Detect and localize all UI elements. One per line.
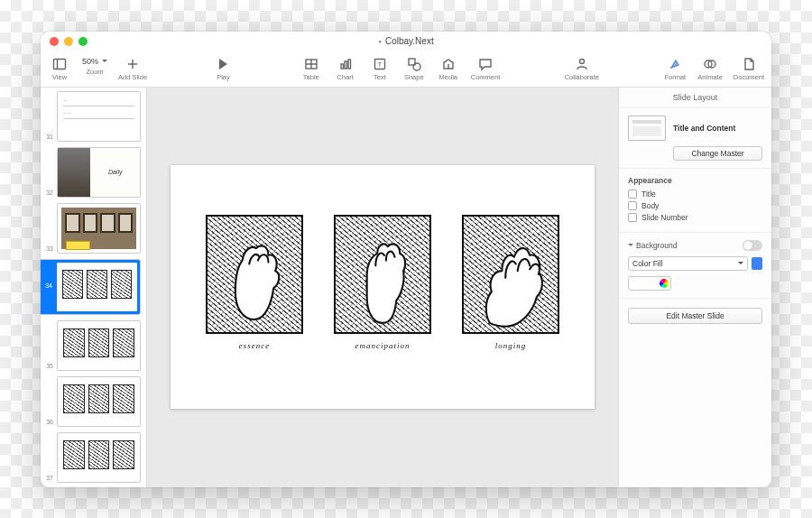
plus-icon (125, 57, 141, 71)
slide-thumb-35[interactable]: 35 (41, 320, 141, 371)
layout-name: Title and Content (673, 124, 735, 133)
zoom-button[interactable]: 50% Zoom (82, 57, 107, 76)
document-title: Colbay.Next (41, 36, 771, 46)
sidebar-icon (51, 57, 68, 71)
slide-number-checkbox[interactable]: Slide Number (628, 213, 762, 222)
svg-rect-8 (345, 61, 347, 69)
background-disclosure[interactable]: Background (628, 241, 677, 250)
titlebar: Colbay.Next (41, 32, 771, 51)
window-zoom-button[interactable] (78, 37, 88, 46)
toolbar: View 50% Zoom Add Slide Play Table (41, 51, 771, 88)
svg-point-13 (413, 63, 420, 70)
slide-canvas[interactable]: essence emancipation longing (147, 88, 618, 487)
svg-rect-7 (341, 64, 344, 69)
slide-thumb-36[interactable]: 36 (41, 376, 141, 427)
slide-thumb-37[interactable]: 37 (41, 432, 141, 483)
format-icon (667, 57, 683, 71)
media-icon (440, 57, 457, 71)
inspector-title: Slide Layout (619, 88, 771, 108)
caption-3: longing (495, 341, 527, 350)
change-master-button[interactable]: Change Master (673, 146, 762, 161)
chart-button[interactable]: Chart (334, 57, 357, 81)
slide-thumb-31[interactable]: 31 —— — (41, 91, 141, 142)
caption-1: essence (239, 341, 270, 350)
artwork-3[interactable]: longing (462, 215, 559, 350)
text-button[interactable]: T Text (368, 57, 392, 81)
color-swatch[interactable] (628, 276, 671, 291)
slide-thumb-34[interactable]: 34 ··· (41, 259, 141, 315)
window-close-button[interactable] (50, 37, 59, 46)
body-checkbox[interactable]: Body (628, 201, 762, 210)
table-button[interactable]: Table (300, 57, 323, 81)
document-button[interactable]: Document (734, 57, 764, 81)
edit-master-slide-button[interactable]: Edit Master Slide (628, 308, 762, 324)
slide-navigator[interactable]: 31 —— — 32 Daily 33 34 ··· 35 36 (41, 88, 147, 487)
zoom-value: 50% (82, 57, 107, 66)
artwork-2[interactable]: emancipation (334, 215, 431, 350)
add-slide-button[interactable]: Add Slide (118, 57, 147, 81)
view-button[interactable]: View (48, 57, 71, 81)
appearance-heading: Appearance (628, 176, 762, 185)
fill-options-button[interactable] (752, 257, 762, 270)
slide-thumb-32[interactable]: 32 Daily (41, 147, 141, 198)
shape-button[interactable]: Shape (402, 57, 426, 81)
background-toggle[interactable] (743, 240, 762, 251)
play-icon (215, 57, 231, 71)
shape-icon (406, 57, 422, 71)
format-inspector: Slide Layout Title and Content Change Ma… (618, 88, 771, 487)
layout-thumbnail (628, 116, 666, 141)
table-icon (303, 57, 319, 71)
media-button[interactable]: Media (437, 57, 460, 81)
format-button[interactable]: Format (663, 57, 687, 81)
comment-button[interactable]: Comment (471, 57, 501, 81)
artwork-1[interactable]: essence (206, 215, 303, 350)
chart-icon (337, 57, 354, 71)
collaborate-icon (574, 57, 590, 71)
svg-text:T: T (377, 60, 382, 69)
svg-rect-9 (348, 60, 351, 69)
caption-2: emancipation (355, 341, 411, 350)
app-window: Colbay.Next View 50% Zoom Add Slide Play (41, 32, 771, 487)
svg-point-15 (579, 59, 584, 63)
window-minimize-button[interactable] (64, 37, 73, 46)
animate-icon (702, 57, 718, 71)
collaborate-button[interactable]: Collaborate (565, 57, 599, 81)
color-wheel-icon (660, 279, 669, 288)
title-checkbox[interactable]: Title (628, 190, 762, 199)
svg-rect-0 (54, 59, 66, 69)
animate-button[interactable]: Animate (697, 57, 723, 81)
comment-icon (477, 57, 494, 71)
text-icon: T (372, 57, 388, 71)
document-icon (741, 57, 757, 71)
current-slide[interactable]: essence emancipation longing (171, 165, 595, 409)
play-button[interactable]: Play (211, 57, 235, 81)
fill-mode-select[interactable]: Color Fill (628, 256, 748, 271)
slide-thumb-33[interactable]: 33 (41, 203, 141, 254)
